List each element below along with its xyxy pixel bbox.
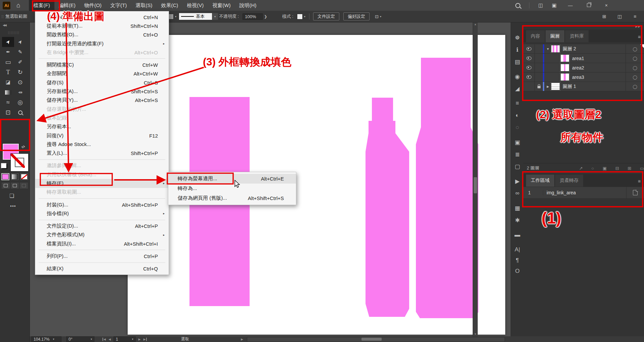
menu-item-save-selected-slices[interactable]: 儲存選取的切片...: [35, 105, 169, 113]
css-extract-panel-icon[interactable]: ✱: [511, 217, 524, 224]
menu-item-file-info[interactable]: 檔案資訊(I)... Alt+Shift+Ctrl+I: [35, 239, 169, 248]
new-layer-icon[interactable]: ⊞: [628, 166, 631, 171]
status-expand-icon[interactable]: ▶: [241, 336, 243, 342]
color-panel-icon[interactable]: ◉: [511, 73, 524, 80]
tab-asset-export[interactable]: 資產轉存: [555, 175, 583, 187]
delete-layer-icon[interactable]: ▭: [640, 166, 644, 171]
panel-menu-icon[interactable]: ≡: [638, 179, 641, 187]
menu-item-save-for-web-legacy[interactable]: 儲存為網頁用 (舊版)... Alt+Shift+Ctrl+S: [168, 193, 296, 203]
opacity-options-button[interactable]: ❯: [264, 11, 267, 22]
paragraph-panel-icon[interactable]: ¶: [511, 257, 524, 264]
asset-export-panel-icon[interactable]: ▦: [511, 205, 524, 212]
menu-item-invite-to-edit[interactable]: 邀請參與編輯...: [35, 161, 169, 170]
menu-separator[interactable]: [35, 57, 169, 60]
stroke-style-dropdown[interactable]: ▾: [212, 13, 218, 20]
panel-menu-icon[interactable]: ≡: [638, 34, 641, 42]
layer-row-area1[interactable]: area1 ◯: [523, 54, 644, 63]
target-circle-icon[interactable]: ◯: [626, 44, 644, 53]
swap-fill-stroke-icon[interactable]: ⇆: [20, 144, 26, 149]
layer-name[interactable]: 圖層 2: [563, 46, 576, 52]
menu-item-save-as[interactable]: 另存新檔(A)... Shift+Ctrl+S: [35, 87, 169, 96]
vertical-scroll-thumb[interactable]: [474, 177, 477, 193]
artboards-panel-icon[interactable]: ▣: [511, 139, 524, 146]
visibility-toggle[interactable]: [523, 44, 535, 53]
menu-edit[interactable]: 編輯(E): [54, 0, 80, 11]
menu-object[interactable]: 物件(O): [80, 0, 106, 11]
restore-button[interactable]: [584, 3, 594, 8]
search-icon[interactable]: [515, 3, 520, 8]
menu-item-place[interactable]: 置入(L)... Shift+Ctrl+P: [35, 149, 169, 157]
artboard-number-field[interactable]: 1▾: [114, 336, 136, 342]
curvature-tool[interactable]: ✎: [14, 47, 26, 57]
layer-row-layer2[interactable]: ▼ 圖層 2 ◯: [523, 44, 644, 54]
layer-name[interactable]: 圖層 1: [563, 84, 576, 90]
first-artboard-icon[interactable]: ◀: [102, 338, 106, 341]
layer-name[interactable]: area2: [572, 65, 584, 70]
stroke-style-field[interactable]: 基本 ▾: [179, 11, 218, 22]
scroll-down-icon[interactable]: ▼: [473, 333, 478, 336]
layer-row-layer1[interactable]: ▶ 圖層 1 ◯: [523, 82, 644, 91]
align-grid-icon[interactable]: ⊞: [602, 11, 606, 22]
color-mode-button[interactable]: [2, 174, 9, 180]
artboard-row[interactable]: 1 img_link_area: [523, 187, 644, 199]
selection-tool[interactable]: ➤: [2, 37, 14, 47]
lock-toggle[interactable]: [535, 66, 543, 69]
menu-item-save-a-copy[interactable]: 儲存拷貝(Y)... Alt+Ctrl+S: [35, 96, 169, 105]
menu-item-version-history[interactable]: 版本記錄: [35, 113, 169, 122]
menu-select[interactable]: 選取(S): [131, 0, 157, 11]
layer-thumbnail[interactable]: [560, 64, 569, 71]
lock-toggle[interactable]: [535, 75, 543, 79]
menu-item-document-setup[interactable]: 文件設定(D)... Alt+Ctrl+P: [35, 222, 169, 231]
previous-artboard-icon[interactable]: ◀: [109, 338, 111, 341]
draw-inside-button[interactable]: [20, 183, 28, 189]
artboard-options[interactable]: [626, 187, 644, 198]
opacity-value[interactable]: 100%: [243, 13, 263, 20]
menu-item-browse-in-bridge[interactable]: 在 Bridge 中瀏覽... Alt+Ctrl+O: [35, 48, 169, 57]
menu-effect[interactable]: 效果(C): [157, 0, 182, 11]
rotation-field[interactable]: 0°▾: [66, 336, 94, 342]
character-panel-icon[interactable]: A|: [511, 246, 524, 253]
pen-tool[interactable]: ✒: [2, 47, 14, 57]
puppet-warp-tool[interactable]: ≈: [2, 97, 14, 107]
target-circle-icon[interactable]: ◯: [626, 54, 644, 63]
menu-separator[interactable]: [35, 261, 169, 264]
tab-artboards[interactable]: 工作區域: [526, 175, 554, 187]
appearance-panel-icon[interactable]: ◌: [511, 124, 524, 131]
rectangle-tool[interactable]: ▭: [2, 57, 14, 67]
zoom-level-field[interactable]: 104.17%▾: [31, 336, 61, 342]
horizontal-scroll-thumb[interactable]: [361, 338, 382, 341]
stroke-color-well[interactable]: ▾: [168, 11, 176, 22]
menu-separator[interactable]: [35, 197, 169, 200]
direct-selection-tool[interactable]: ➤: [14, 37, 26, 47]
arrange-icon[interactable]: ◫: [617, 11, 622, 22]
visibility-toggle[interactable]: [523, 63, 535, 72]
gradient-annotator-icon[interactable]: ▬: [511, 232, 524, 238]
tab-libraries[interactable]: 資料庫: [565, 30, 589, 42]
scroll-up-icon[interactable]: ▲: [473, 23, 478, 26]
stroke-panel-icon[interactable]: ≡: [511, 100, 524, 107]
menu-view[interactable]: 檢視(V): [182, 0, 208, 11]
lock-toggle[interactable]: [535, 56, 543, 60]
rotate-tool[interactable]: ↻: [14, 67, 26, 77]
visibility-toggle[interactable]: [523, 72, 535, 82]
menu-help[interactable]: 說明(H): [235, 0, 261, 11]
layer-name[interactable]: area3: [572, 75, 584, 80]
document-info-panel-icon[interactable]: ℹ: [511, 46, 524, 53]
type-tool[interactable]: T: [2, 67, 14, 77]
target-circle-icon[interactable]: ◯: [626, 63, 644, 72]
pink-bottle-object-1[interactable]: [366, 98, 409, 317]
artboard-name[interactable]: img_link_area: [547, 190, 576, 195]
layer-thumbnail[interactable]: [560, 73, 569, 81]
gradient-mode-button[interactable]: [11, 174, 18, 180]
vertical-scrollbar[interactable]: ▲ ▼: [473, 22, 478, 336]
tab-properties[interactable]: 內容: [526, 30, 545, 42]
gradient-panel-icon[interactable]: ◢: [511, 85, 524, 92]
pathfinder-panel-icon[interactable]: ▢: [511, 163, 524, 170]
layer-thumbnail[interactable]: [551, 45, 560, 53]
menu-separator[interactable]: [35, 218, 169, 222]
gradient-tool[interactable]: [2, 87, 14, 97]
artboard-tool[interactable]: ⊡: [2, 107, 14, 117]
menu-item-open-recent[interactable]: 打開最近使用過的檔案(F) ▸: [35, 39, 169, 48]
menu-item-export-for-screens[interactable]: 轉存為螢幕適用... Alt+Ctrl+E: [168, 174, 296, 184]
shape-builder-tool[interactable]: ◎: [14, 97, 26, 107]
